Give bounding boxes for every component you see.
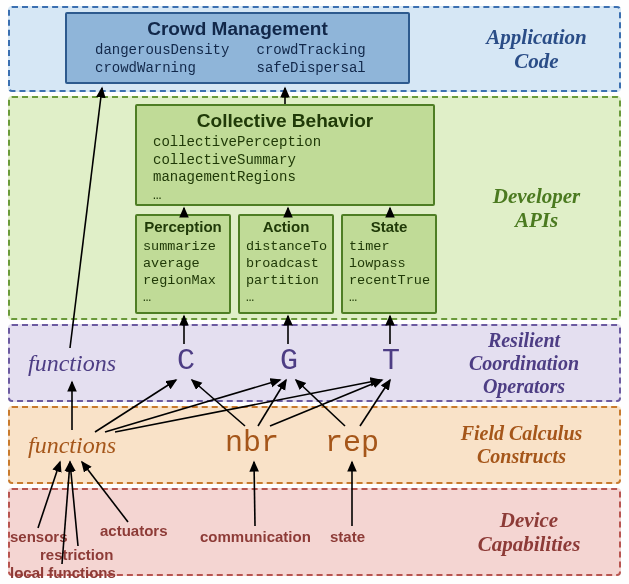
dc-state: state [330, 528, 365, 545]
box-sta-items: timer lowpass recentTrue … [347, 239, 431, 307]
layer-label-dc: Device Capabilities [449, 508, 609, 556]
op-G: G [280, 344, 298, 378]
box-cm-title: Crowd Management [77, 18, 398, 40]
diagram-canvas: Application Code Developer APIs Resilien… [0, 0, 629, 584]
op-nbr: nbr [225, 426, 279, 460]
box-collective-behavior: Collective Behavior collectivePerception… [135, 104, 435, 206]
layer-label-app: Application Code [464, 25, 609, 73]
box-act-items: distanceTo broadcast partition … [244, 239, 328, 307]
op-functions-res: functions [28, 350, 116, 377]
box-perception: Perception summarize average regionMax … [135, 214, 231, 314]
box-cb-items: collectivePerception collectiveSummary m… [147, 134, 423, 204]
box-action: Action distanceTo broadcast partition … [238, 214, 334, 314]
box-sta-title: State [347, 218, 431, 235]
dc-sensors: sensors [10, 528, 68, 545]
op-T: T [382, 344, 400, 378]
box-state: State timer lowpass recentTrue … [341, 214, 437, 314]
box-cm-items: dangerousDensity crowdWarning crowdTrack… [77, 42, 398, 77]
dc-communication: communication [200, 528, 311, 545]
op-functions-fc: functions [28, 432, 116, 459]
layer-label-fc: Field Calculus Constructs [434, 422, 609, 468]
layer-label-dev: Developer APIs [464, 184, 609, 232]
dc-actuators: actuators [100, 522, 168, 539]
box-crowd-management: Crowd Management dangerousDensity crowdW… [65, 12, 410, 84]
box-cb-title: Collective Behavior [147, 110, 423, 132]
box-per-items: summarize average regionMax … [141, 239, 225, 307]
box-per-title: Perception [141, 218, 225, 235]
layer-label-res: Resilient Coordination Operators [439, 329, 609, 398]
dc-restriction: restriction [40, 546, 113, 563]
box-act-title: Action [244, 218, 328, 235]
op-rep: rep [325, 426, 379, 460]
op-C: C [177, 344, 195, 378]
dc-local-functions: local functions [10, 564, 116, 581]
